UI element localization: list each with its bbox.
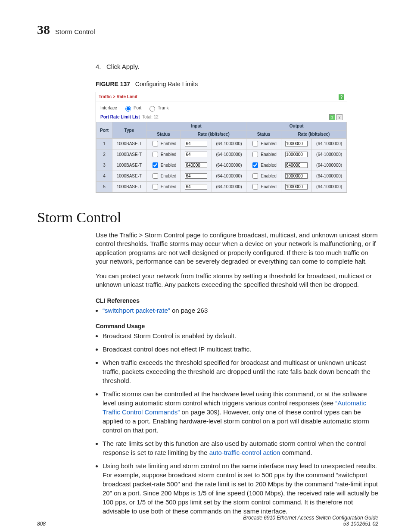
cell-in-rate (181, 182, 212, 193)
in-enabled-checkbox[interactable] (153, 152, 158, 157)
rate-limit-table: Port Type Input Output Status Rate (kbit… (96, 122, 347, 193)
cell-in-range: (64-1000000) (212, 149, 246, 160)
total-value: 12 (154, 115, 159, 119)
cell-type: 1000BASE-T (112, 182, 146, 193)
cell-in-rate (181, 149, 212, 160)
th-out-rate: Rate (kbits/sec) (281, 131, 346, 139)
cell-out-range: (64-1000000) (312, 171, 347, 182)
cell-out-rate (281, 160, 311, 171)
out-rate-input[interactable] (285, 184, 308, 190)
out-enabled-checkbox[interactable] (252, 141, 258, 146)
usage-item: Traffic storms can be controlled at the … (103, 389, 378, 435)
th-type: Type (112, 122, 146, 139)
cell-out-status: Enabled (246, 182, 281, 193)
cell-in-rate (181, 160, 212, 171)
usage-item: The rate limits set by this function are… (103, 439, 378, 457)
cell-out-range: (64-1000000) (312, 139, 347, 149)
breadcrumb: Traffic > Rate Limit (99, 94, 137, 100)
in-rate-input[interactable] (185, 141, 207, 146)
cell-in-status: Enabled (146, 182, 181, 193)
radio-trunk[interactable]: Trunk (147, 105, 168, 112)
para-1: Use the Traffic > Storm Control page to … (96, 231, 378, 266)
usage-item: Broadcast Storm Control is enabled by de… (103, 331, 378, 340)
th-in-rate: Rate (kbits/sec) (181, 131, 246, 139)
out-rate-input[interactable] (285, 152, 308, 157)
in-enabled-checkbox[interactable] (153, 173, 158, 179)
cell-out-status: Enabled (246, 139, 281, 149)
page-2-button[interactable]: 2 (336, 114, 342, 120)
in-enabled-checkbox[interactable] (153, 141, 158, 146)
out-rate-input[interactable] (285, 141, 308, 146)
out-enabled-checkbox[interactable] (252, 173, 258, 179)
th-port: Port (97, 122, 112, 139)
list-title: Port Rate Limit List (100, 115, 140, 119)
out-enabled-checkbox[interactable] (252, 184, 258, 190)
in-rate-input[interactable] (185, 152, 207, 157)
in-rate-input[interactable] (185, 173, 207, 179)
cell-out-rate (281, 149, 311, 160)
cell-out-rate (281, 171, 311, 182)
cell-in-range: (64-1000000) (212, 171, 246, 182)
table-row: 11000BASE-T Enabled(64-1000000) Enabled(… (97, 139, 347, 149)
page-header: 38 Storm Control (37, 22, 378, 37)
cell-in-status: Enabled (146, 139, 181, 149)
cell-type: 1000BASE-T (112, 149, 146, 160)
link-switchport-packet-rate[interactable]: “switchport packet-rate” (103, 307, 170, 314)
usage-item: Using both rate limiting and storm contr… (103, 461, 378, 516)
out-rate-input[interactable] (285, 162, 308, 168)
cell-port: 5 (97, 182, 112, 193)
cell-type: 1000BASE-T (112, 139, 146, 149)
footer-guide-title: Brocade 6910 Ethernet Access Switch Conf… (243, 515, 378, 521)
table-row: 41000BASE-T Enabled(64-1000000) Enabled(… (97, 171, 347, 182)
cell-out-range: (64-1000000) (312, 160, 347, 171)
out-enabled-checkbox[interactable] (252, 152, 258, 157)
cell-in-rate (181, 139, 212, 149)
out-rate-input[interactable] (285, 173, 308, 179)
cell-in-status: Enabled (146, 160, 181, 171)
cell-out-status: Enabled (246, 171, 281, 182)
cli-ref-item: “switchport packet-rate” on page 263 (103, 306, 378, 315)
cell-out-rate (281, 139, 311, 149)
in-enabled-checkbox[interactable] (153, 162, 158, 168)
step-line: 4. Click Apply. (96, 63, 378, 70)
usage-item: When traffic exceeds the threshold speci… (103, 358, 378, 385)
link-auto-traffic-action[interactable]: auto-traffic-control action (209, 449, 280, 456)
in-rate-input[interactable] (185, 184, 207, 190)
cell-port: 4 (97, 171, 112, 182)
cell-out-status: Enabled (246, 149, 281, 160)
interface-label: Interface (100, 105, 117, 111)
cli-references-heading: CLI References (96, 297, 378, 304)
figure-rate-limit: Traffic > Rate Limit ? Interface Port Tr… (96, 92, 347, 193)
out-enabled-checkbox[interactable] (252, 162, 258, 168)
cell-out-range: (64-1000000) (312, 149, 347, 160)
in-enabled-checkbox[interactable] (153, 184, 158, 190)
cell-in-range: (64-1000000) (212, 139, 246, 149)
figure-title: Configuring Rate Limits (135, 81, 198, 87)
chapter-number: 38 (37, 22, 50, 37)
cell-port: 2 (97, 149, 112, 160)
cell-in-range: (64-1000000) (212, 182, 246, 193)
cell-type: 1000BASE-T (112, 171, 146, 182)
cell-in-status: Enabled (146, 171, 181, 182)
footer-doc-id: 53-1002651-02 (243, 521, 378, 527)
table-row: 31000BASE-T Enabled(64-1000000) Enabled(… (97, 160, 347, 171)
help-icon[interactable]: ? (339, 94, 344, 100)
radio-port[interactable]: Port (123, 105, 141, 112)
footer-page-number: 808 (37, 521, 46, 527)
figure-label: FIGURE 137 (96, 81, 130, 87)
page-1-button[interactable]: 1 (329, 114, 335, 120)
para-2: You can protect your network from traffi… (96, 272, 378, 289)
cell-port: 3 (97, 160, 112, 171)
th-output: Output (246, 122, 347, 131)
th-input: Input (146, 122, 246, 131)
cell-in-status: Enabled (146, 149, 181, 160)
cell-in-range: (64-1000000) (212, 160, 246, 171)
th-out-status: Status (246, 131, 281, 139)
table-row: 51000BASE-T Enabled(64-1000000) Enabled(… (97, 182, 347, 193)
th-in-status: Status (146, 131, 181, 139)
step-text: Click Apply. (106, 63, 139, 70)
in-rate-input[interactable] (185, 162, 207, 168)
cell-port: 1 (97, 139, 112, 149)
command-usage-heading: Command Usage (96, 323, 378, 330)
section-heading: Storm Control (37, 209, 378, 226)
